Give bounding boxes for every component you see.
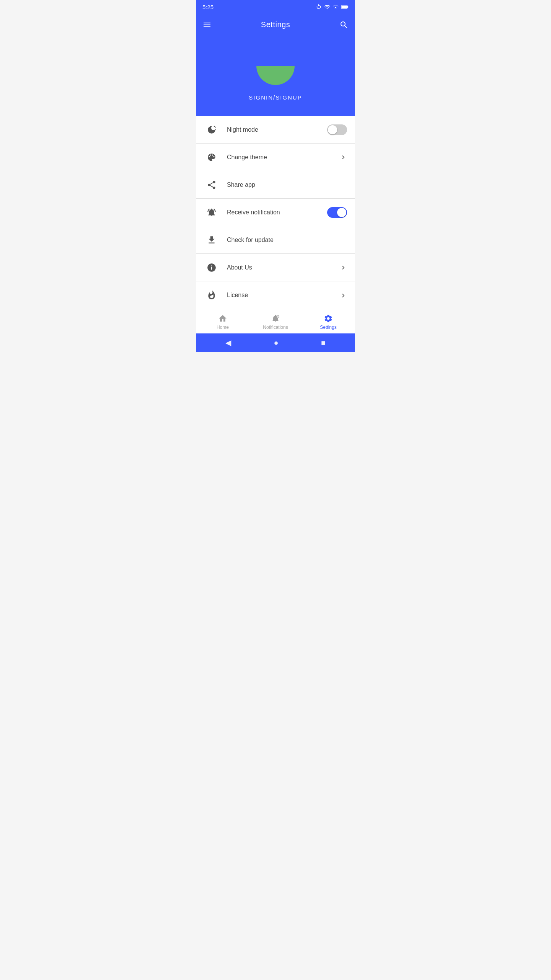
bottom-nav-settings[interactable]: Settings [302, 310, 355, 333]
settings-item-night-mode[interactable]: Night mode [196, 116, 355, 144]
settings-item-share-app[interactable]: Share app [196, 171, 355, 199]
app-bar-title: Settings [261, 20, 290, 29]
battery-icon [341, 4, 349, 10]
night-mode-label: Night mode [227, 126, 327, 133]
menu-button[interactable] [202, 20, 212, 29]
settings-item-about-us[interactable]: About Us [196, 254, 355, 281]
home-icon [218, 313, 227, 323]
svg-point-5 [215, 129, 216, 129]
settings-item-change-theme[interactable]: Change theme [196, 144, 355, 171]
back-button[interactable]: ◀ [225, 338, 231, 347]
app-bar: Settings [196, 14, 355, 35]
bottom-nav-notifications[interactable]: Notifications [249, 310, 302, 333]
license-label: License [227, 292, 339, 299]
settings-list: Night mode Change theme Share app [196, 116, 355, 309]
system-navigation-bar: ◀ ● ■ [196, 333, 355, 352]
svg-point-8 [277, 315, 279, 318]
change-theme-label: Change theme [227, 154, 339, 161]
status-time: 5:25 [202, 4, 214, 10]
change-theme-arrow [339, 153, 347, 161]
receive-notification-label: Receive notification [227, 209, 327, 216]
flame-icon [204, 290, 219, 300]
status-icons [316, 4, 349, 10]
svg-point-4 [215, 127, 216, 128]
settings-item-receive-notification[interactable]: Receive notification [196, 199, 355, 226]
sync-icon [316, 4, 322, 10]
bottom-nav-home[interactable]: Home [196, 310, 249, 333]
license-arrow [339, 291, 347, 299]
settings-item-check-update[interactable]: Check for update [196, 226, 355, 254]
info-icon [204, 263, 219, 273]
receive-notification-toggle[interactable] [327, 207, 347, 218]
about-us-label: About Us [227, 264, 339, 271]
notification-active-icon [204, 207, 219, 217]
palette-icon [204, 152, 219, 162]
profile-section[interactable]: SIGNIN/SIGNUP [196, 35, 355, 116]
search-button[interactable] [339, 20, 349, 29]
avatar [256, 47, 295, 85]
download-icon [204, 235, 219, 245]
check-update-label: Check for update [227, 237, 347, 243]
notifications-label: Notifications [263, 325, 288, 330]
settings-icon [324, 313, 333, 323]
svg-point-3 [214, 126, 215, 127]
settings-label: Settings [320, 325, 336, 330]
share-app-label: Share app [227, 181, 347, 188]
status-bar: 5:25 [196, 0, 355, 14]
settings-item-license[interactable]: License [196, 281, 355, 309]
notifications-icon [271, 313, 280, 323]
about-us-arrow [339, 263, 347, 271]
recents-button[interactable]: ■ [321, 338, 326, 347]
home-button[interactable]: ● [274, 338, 278, 347]
svg-rect-1 [347, 6, 349, 8]
signal-icon [333, 4, 339, 10]
home-label: Home [217, 325, 229, 330]
svg-rect-2 [341, 6, 347, 8]
wifi-icon [324, 4, 330, 10]
bottom-navigation: Home Notifications Settings [196, 309, 355, 333]
night-mode-icon [204, 125, 219, 135]
signin-signup-button[interactable]: SIGNIN/SIGNUP [249, 94, 302, 101]
night-mode-toggle[interactable] [327, 124, 347, 135]
share-icon [204, 180, 219, 190]
